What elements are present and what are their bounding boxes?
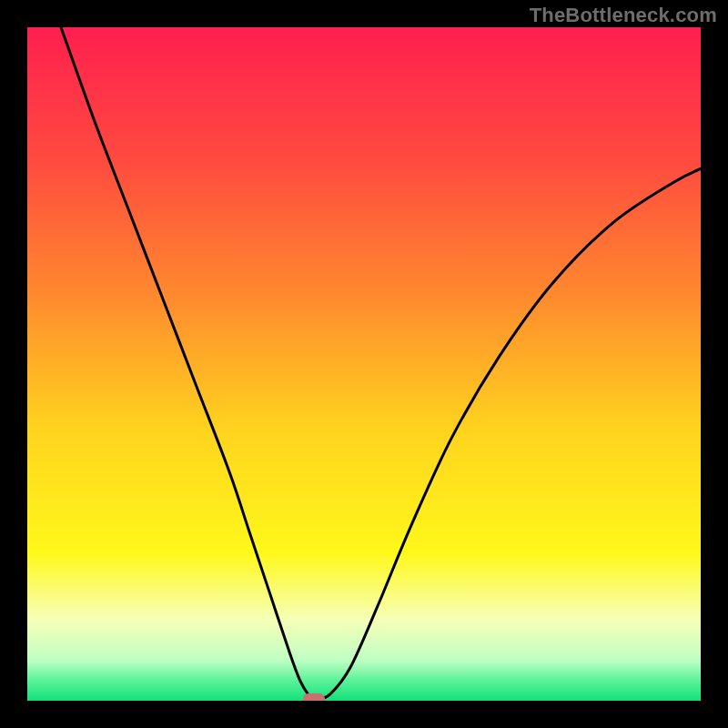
plot-area xyxy=(27,27,701,701)
chart-frame: TheBottleneck.com xyxy=(0,0,728,728)
watermark-text: TheBottleneck.com xyxy=(530,4,717,27)
optimal-marker xyxy=(303,693,325,701)
bottleneck-curve xyxy=(61,27,701,700)
curve-layer xyxy=(27,27,701,701)
